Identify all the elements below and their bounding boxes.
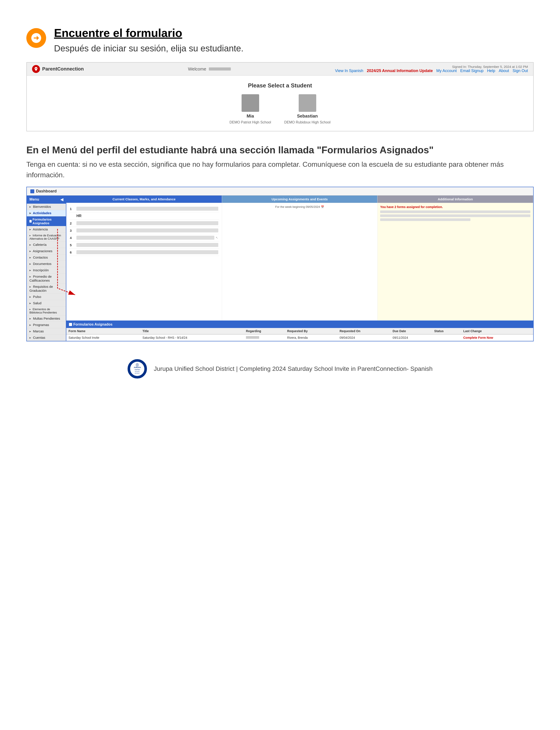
db-body: Menu ◀ ▸ Bienvenidos ▸ Actividades Formu…	[27, 195, 533, 341]
signed-in-text: Signed In: Thursday, September 5, 2024 a…	[335, 65, 528, 69]
class-num-5: 5	[70, 243, 76, 247]
nav-email-signup[interactable]: Email Signup	[460, 69, 484, 73]
sidebar-item-informe[interactable]: ▸ Informe de Evaluación Alternativa de C…	[27, 233, 66, 242]
week-for-text: For the week beginning 09/05/2024 📅	[225, 205, 375, 208]
sidebar-item-inscripcion[interactable]: ▸ Inscripción	[27, 267, 66, 273]
class-content-4	[76, 236, 214, 240]
class-hr-label: HR	[76, 214, 81, 218]
th-last-change: Last Change	[461, 328, 533, 334]
sidebar-item-documentos[interactable]: ▸ Documentos	[27, 261, 66, 267]
student-name-sebastian: Sebastian	[297, 114, 318, 119]
student-avatar-sebastian	[299, 94, 316, 112]
class-row-4: 4 ↖	[69, 234, 219, 241]
sidebar-menu-label: Menu	[29, 197, 39, 202]
student-card-mia[interactable]: Mia DEMO Patriot High School	[229, 94, 271, 124]
td-regarding	[244, 334, 285, 341]
forms-line-1	[380, 210, 530, 213]
table-row: Saturday School Invite Saturday School -…	[66, 334, 533, 341]
forms-icon	[29, 220, 32, 222]
footer-text: Jurupa Unified School District | Complet…	[154, 365, 433, 373]
col-header-classes: Current Classes, Marks, and Attendance	[66, 195, 222, 203]
db-forms-header: Formularios Asignados	[66, 321, 533, 328]
forms-section-label: Formularios Asignados	[73, 322, 112, 326]
section2: En el Menú del perfil del estudiante hab…	[26, 144, 534, 180]
sidebar-item-marcas[interactable]: ▸ Marcas	[27, 328, 66, 334]
class-row-5: 5	[69, 241, 219, 249]
sidebar-item-asignaciones[interactable]: ▸ Asignaciones	[27, 248, 66, 254]
welcome-label: Welcome	[188, 67, 206, 72]
db-sidebar: Menu ◀ ▸ Bienvenidos ▸ Actividades Formu…	[27, 195, 66, 341]
annual-update-link[interactable]: 2024/25 Annual Information Update	[367, 69, 433, 73]
sidebar-item-multas[interactable]: ▸ Multas Pendientes	[27, 315, 66, 322]
section1-subtitle: Después de iniciar su sesión, elija su e…	[54, 43, 244, 53]
nav-about[interactable]: About	[499, 69, 509, 73]
sidebar-item-cafeteria[interactable]: ▸ Cafetería	[27, 242, 66, 248]
nav-my-account[interactable]: My Account	[436, 69, 457, 73]
pc-topbar: ParentConnection Welcome Signed In: Thur…	[27, 63, 533, 76]
sidebar-item-cuentas[interactable]: ▸ Cuentas	[27, 334, 66, 341]
db-main: Current Classes, Marks, and Attendance U…	[66, 195, 533, 341]
sidebar-item-bienvenidos[interactable]: ▸ Bienvenidos	[27, 204, 66, 210]
class-content-6	[76, 250, 218, 254]
class-row-2: 2	[69, 220, 219, 227]
section2-heading: En el Menú del perfil del estudiante hab…	[26, 144, 534, 155]
db-col-additional: You have 2 forms assigned for completion…	[378, 203, 533, 320]
footer-logo: JURUPA UNIFIED SCHOOL DISTRICT	[127, 359, 147, 379]
td-requested-on: 09/04/2024	[337, 334, 390, 341]
td-due-date: 09/11/2024	[390, 334, 432, 341]
th-requested-on: Requested On	[337, 328, 390, 334]
db-col-assignments: For the week beginning 09/05/2024 📅	[222, 203, 378, 320]
nav-sign-out[interactable]: Sign Out	[513, 69, 528, 73]
sidebar-item-promedio[interactable]: ▸ Promedio de Calificaciones	[27, 273, 66, 283]
section2-heading-normal: En el Menú del perfil del estudiante hab…	[26, 144, 317, 155]
student-name-mia: Mia	[247, 114, 254, 119]
sidebar-item-actividades[interactable]: ▸ Actividades	[27, 210, 66, 216]
sidebar-item-contactos[interactable]: ▸ Contactos	[27, 254, 66, 261]
calendar-icon[interactable]: 📅	[321, 205, 324, 208]
pc-center: Welcome	[188, 67, 231, 72]
db-cols-header: Current Classes, Marks, and Attendance U…	[66, 195, 533, 203]
nav-help[interactable]: Help	[487, 69, 495, 73]
sidebar-item-asistencia[interactable]: ▸ Asistencia	[27, 226, 66, 233]
section1-text: Encuentre el formulario Después de inici…	[54, 26, 244, 53]
nav-view-spanish[interactable]: View In Spanish	[335, 69, 363, 73]
class-row-hr: HR	[69, 212, 219, 220]
select-title: Please Select a Student	[33, 82, 527, 89]
class-row-1: 1	[69, 205, 219, 212]
th-due-date: Due Date	[390, 328, 432, 334]
class-row-3: 3	[69, 227, 219, 234]
td-requested-by: Rivera, Brenda	[285, 334, 338, 341]
td-form-name: Saturday School Invite	[66, 334, 140, 341]
sidebar-item-formularios[interactable]: Formularios Asignados	[27, 216, 66, 226]
student-card-sebastian[interactable]: Sebastian DEMO Rubidoux High School	[284, 94, 331, 124]
forms-table: Form Name Title Regarding Requested By R…	[66, 328, 533, 341]
section1-heading: Encuentre el formulario	[54, 26, 244, 40]
section1: Encuentre el formulario Después de inici…	[26, 26, 534, 53]
student-school-mia: DEMO Patriot High School	[229, 120, 271, 124]
class-content-5	[76, 243, 218, 247]
sidebar-header: Menu ◀	[27, 195, 66, 204]
svg-point-7	[136, 363, 139, 367]
class-num-1: 1	[70, 207, 76, 211]
class-num-6: 6	[70, 250, 76, 254]
class-row-6: 6	[69, 249, 219, 256]
dashboard-icon	[30, 189, 34, 193]
th-status: Status	[432, 328, 461, 334]
pc-logo: ParentConnection	[32, 65, 84, 73]
students-row: Mia DEMO Patriot High School Sebastian D…	[33, 94, 527, 124]
col-header-assignments: Upcoming Assignments and Events	[222, 195, 378, 203]
class-content-3	[76, 228, 218, 232]
sidebar-collapse-icon[interactable]: ◀	[60, 197, 63, 202]
complete-form-now[interactable]: Complete Form Now	[463, 336, 493, 339]
sidebar-item-salud[interactable]: ▸ Salud	[27, 300, 66, 306]
forms-line-2	[380, 214, 530, 217]
sidebar-item-biblioteca[interactable]: ▸ Elementos de Biblioteca Pendientes	[27, 306, 66, 315]
sidebar-item-requisitos[interactable]: ▸ Requisitos de Graduación	[27, 283, 66, 294]
student-avatar-mia	[242, 94, 259, 112]
sidebar-item-pulso[interactable]: ▸ Pulso	[27, 294, 66, 300]
pc-screenshot: ParentConnection Welcome Signed In: Thur…	[26, 62, 534, 131]
pc-right: Signed In: Thursday, September 5, 2024 a…	[335, 65, 528, 73]
sidebar-item-programas[interactable]: ▸ Programas	[27, 322, 66, 328]
td-last-change: Complete Form Now	[461, 334, 533, 341]
th-form-name: Form Name	[66, 328, 140, 334]
